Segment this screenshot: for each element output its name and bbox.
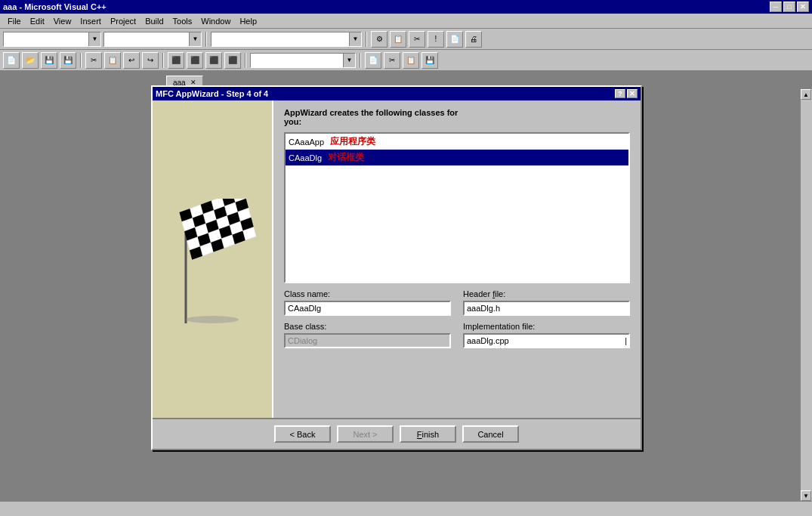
minimize-button[interactable]: ─ [770,2,782,12]
dialog-right-panel: AppWizard creates the following classes … [273,100,641,418]
toolbar-row1: ▼ ▼ ▼ ⚙ 📋 ✂ ! 📄 🖨 [0,29,812,50]
header-file-input[interactable] [463,301,630,316]
toolbar-btn1[interactable]: ⚙ [371,31,387,48]
scroll-up-button[interactable]: ▲ [801,89,811,100]
vertical-scrollbar[interactable]: ▲ ▼ [800,89,812,501]
dialog-flag-panel [153,100,273,418]
status-bar [0,501,812,516]
dialog-title-bar: MFC AppWizard - Step 4 of 4 ? ✕ [153,87,641,100]
checkered-flag [159,199,265,320]
menu-view[interactable]: View [49,15,76,27]
toolbar-btn6[interactable]: 🖨 [465,31,482,48]
flag-svg [159,199,265,327]
class-annotation-app: 应用程序类 [330,135,375,148]
maximize-button[interactable]: □ [783,2,795,12]
toolbar-ref3[interactable]: ⬛ [205,52,222,69]
sep3 [80,53,82,68]
class-name-group: Class name: [284,289,451,316]
toolbar-new[interactable]: 📄 [3,52,20,69]
appwizard-dialog: MFC AppWizard - Step 4 of 4 ? ✕ [151,85,642,450]
toolbar-undo[interactable]: ↩ [123,52,140,69]
title-bar-buttons: ─ □ ✕ [770,2,809,12]
impl-file-container: | [463,333,630,348]
toolbar-extra1[interactable]: 📄 [365,52,381,69]
config-combo[interactable]: ▼ [3,32,101,47]
dialog-title: MFC AppWizard - Step 4 of 4 [156,89,615,98]
menu-tools[interactable]: Tools [168,15,197,27]
desc-line1: AppWizard creates the following classes … [284,108,458,117]
close-button[interactable]: ✕ [797,2,809,12]
menu-edit[interactable]: Edit [26,15,49,27]
menu-window[interactable]: Window [196,15,235,27]
svg-point-31 [186,316,239,323]
dialog-content: AppWizard creates the following classes … [153,100,641,418]
toolbar-ref2[interactable]: ⬛ [187,52,203,69]
toolbar-btn3[interactable]: ✂ [409,31,425,48]
toolbar-extra2[interactable]: ✂ [384,52,400,69]
sep4 [162,53,164,68]
base-class-input [284,333,451,348]
toolbar-row2: 📄 📂 💾 💾 ✂ 📋 ↩ ↪ ⬛ ⬛ ⬛ ⬛ ▼ 📄 ✂ 📋 💾 [0,50,812,71]
resource-combo[interactable]: ▼ [250,53,356,68]
cursor-indicator: | [625,336,627,345]
desc-line2: you: [284,117,301,126]
toolbar-save[interactable]: 💾 [41,52,57,69]
dialog-close-button[interactable]: ✕ [627,89,638,98]
impl-file-label: Implementation file: [463,322,630,331]
app-title-bar: aaa - Microsoft Visual C++ ─ □ ✕ [0,0,812,14]
toolbar-btn2[interactable]: 📋 [390,31,406,48]
cancel-button[interactable]: Cancel [462,425,519,443]
class-list[interactable]: CAaaApp 应用程序类 CAaaDlg 对话框类 [284,132,630,283]
toolbar-cut[interactable]: ✂ [85,52,102,69]
toolbar-copy[interactable]: 📋 [104,52,121,69]
finish-button[interactable]: Finish [400,425,456,443]
impl-file-input[interactable] [463,333,630,348]
header-file-label: Header file: [463,289,630,298]
toolbar-btn5[interactable]: 📄 [446,31,463,48]
class-item-name-caaaapp: CAaaApp [289,137,324,147]
class-annotation-dlg: 对话框类 [328,151,364,164]
separator1 [205,32,207,47]
dialog-title-buttons: ? ✕ [615,89,638,98]
toolbar-btn4[interactable]: ! [428,31,444,48]
class-item-caaaapp[interactable]: CAaaApp 应用程序类 [286,134,628,150]
separator2 [366,32,367,47]
toolbar-extra3[interactable]: 📋 [403,52,419,69]
menu-bar: File Edit View Insert Project Build Tool… [0,14,812,29]
sep5 [245,53,246,68]
menu-insert[interactable]: Insert [76,15,106,27]
menu-help[interactable]: Help [235,15,261,27]
class-item-caaadlg[interactable]: CAaaDlg 对话框类 [286,150,628,165]
back-button[interactable]: < Back [274,425,331,443]
toolbar-ref1[interactable]: ⬛ [168,52,184,69]
menu-file[interactable]: File [3,15,26,27]
base-class-group: Base class: [284,322,451,348]
class-name-label: Class name: [284,289,451,298]
workspace: aaa ✕ MFC AppWizard - Step 4 of 4 ? ✕ [0,74,812,501]
toolbar-extra4[interactable]: 💾 [421,52,438,69]
base-class-label: Base class: [284,322,451,331]
class-item-name-caaadlg: CAaaDlg [289,153,322,162]
toolbar-save2[interactable]: 💾 [60,52,76,69]
next-button[interactable]: Next > [337,425,394,443]
form-row2: Base class: Implementation file: | [284,322,630,348]
class-name-input[interactable] [284,301,451,316]
platform-combo[interactable]: ▼ [103,32,202,47]
toolbar-redo[interactable]: ↪ [142,52,159,69]
file-combo[interactable]: ▼ [211,32,362,47]
header-file-group: Header file: [463,289,630,316]
dialog-description: AppWizard creates the following classes … [284,108,630,126]
toolbar-ref4[interactable]: ⬛ [224,52,241,69]
dialog-help-button[interactable]: ? [615,89,625,98]
menu-project[interactable]: Project [106,15,140,27]
app-title: aaa - Microsoft Visual C++ [3,2,770,11]
impl-file-group: Implementation file: | [463,322,630,348]
toolbar-open[interactable]: 📂 [22,52,39,69]
sep6 [360,53,361,68]
menu-build[interactable]: Build [140,15,168,27]
form-row1: Class name: Header file: [284,289,630,316]
scroll-down-button[interactable]: ▼ [801,490,811,501]
dialog-footer: < Back Next > Finish Cancel [153,418,641,449]
